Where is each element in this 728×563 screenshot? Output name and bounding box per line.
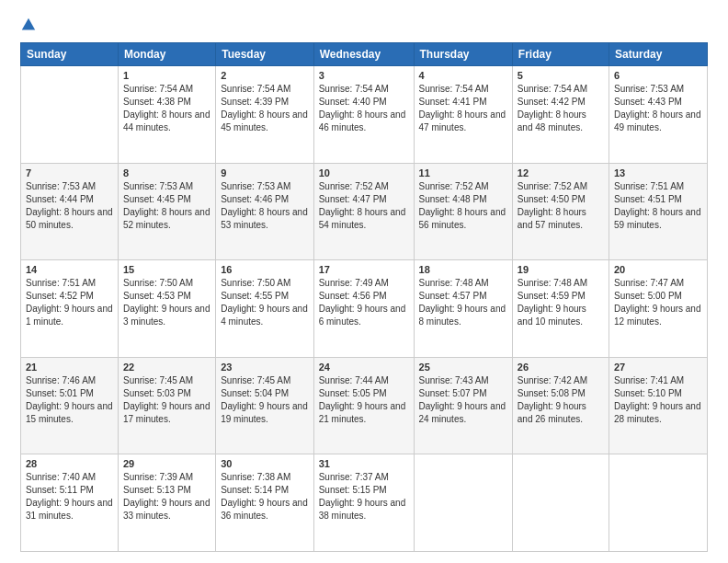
day-number: 15 <box>123 264 210 275</box>
calendar-day-cell: 14Sunrise: 7:51 AMSunset: 4:52 PMDayligh… <box>21 260 119 358</box>
calendar-day-cell: 20Sunrise: 7:47 AMSunset: 5:00 PMDayligh… <box>609 260 707 358</box>
calendar-day-cell: 19Sunrise: 7:48 AMSunset: 4:59 PMDayligh… <box>512 260 609 358</box>
calendar-day-cell: 2Sunrise: 7:54 AMSunset: 4:39 PMDaylight… <box>216 66 314 164</box>
calendar-day-cell: 15Sunrise: 7:50 AMSunset: 4:53 PMDayligh… <box>118 260 215 358</box>
calendar-day-header: Thursday <box>414 43 512 66</box>
day-number: 4 <box>419 70 507 81</box>
svg-marker-0 <box>22 18 35 30</box>
day-info: Sunrise: 7:54 AMSunset: 4:41 PMDaylight:… <box>419 83 507 134</box>
day-number: 22 <box>123 362 210 373</box>
calendar-day-cell: 16Sunrise: 7:50 AMSunset: 4:55 PMDayligh… <box>216 260 314 358</box>
calendar-day-cell: 13Sunrise: 7:51 AMSunset: 4:51 PMDayligh… <box>609 163 707 260</box>
day-number: 29 <box>123 458 210 469</box>
day-number: 21 <box>26 362 113 373</box>
logo <box>20 17 40 33</box>
day-info: Sunrise: 7:38 AMSunset: 5:14 PMDaylight:… <box>221 471 309 523</box>
calendar-week-row: 14Sunrise: 7:51 AMSunset: 4:52 PMDayligh… <box>21 260 708 358</box>
day-info: Sunrise: 7:52 AMSunset: 4:47 PMDaylight:… <box>319 180 409 232</box>
day-info: Sunrise: 7:50 AMSunset: 4:53 PMDaylight:… <box>123 277 210 328</box>
day-number: 3 <box>319 70 409 81</box>
day-info: Sunrise: 7:40 AMSunset: 5:11 PMDaylight:… <box>26 471 113 523</box>
day-number: 31 <box>319 458 409 469</box>
day-info: Sunrise: 7:52 AMSunset: 4:48 PMDaylight:… <box>419 180 507 232</box>
calendar-day-cell: 29Sunrise: 7:39 AMSunset: 5:13 PMDayligh… <box>118 454 215 552</box>
calendar-day-cell: 4Sunrise: 7:54 AMSunset: 4:41 PMDaylight… <box>414 66 512 164</box>
day-number: 11 <box>419 167 507 178</box>
day-number: 8 <box>123 167 210 178</box>
calendar-day-cell: 21Sunrise: 7:46 AMSunset: 5:01 PMDayligh… <box>21 357 119 454</box>
calendar-week-row: 7Sunrise: 7:53 AMSunset: 4:44 PMDaylight… <box>21 163 708 260</box>
calendar-header-row: SundayMondayTuesdayWednesdayThursdayFrid… <box>21 43 708 66</box>
calendar-day-cell: 17Sunrise: 7:49 AMSunset: 4:56 PMDayligh… <box>313 260 414 358</box>
calendar-day-header: Friday <box>512 43 609 66</box>
calendar-day-cell: 6Sunrise: 7:53 AMSunset: 4:43 PMDaylight… <box>609 66 707 164</box>
day-number: 7 <box>26 167 113 178</box>
day-info: Sunrise: 7:45 AMSunset: 5:04 PMDaylight:… <box>221 374 309 426</box>
day-number: 19 <box>518 264 604 275</box>
calendar-day-header: Wednesday <box>313 43 414 66</box>
day-info: Sunrise: 7:45 AMSunset: 5:03 PMDaylight:… <box>123 374 210 426</box>
day-number: 14 <box>26 264 113 275</box>
calendar-day-header: Monday <box>118 43 215 66</box>
day-info: Sunrise: 7:54 AMSunset: 4:38 PMDaylight:… <box>123 83 210 134</box>
day-number: 30 <box>221 458 309 469</box>
calendar-day-cell: 9Sunrise: 7:53 AMSunset: 4:46 PMDaylight… <box>216 163 314 260</box>
calendar-day-cell: 22Sunrise: 7:45 AMSunset: 5:03 PMDayligh… <box>118 357 215 454</box>
calendar-day-cell <box>414 454 512 552</box>
day-info: Sunrise: 7:37 AMSunset: 5:15 PMDaylight:… <box>319 471 409 523</box>
day-number: 6 <box>614 70 702 81</box>
calendar-day-cell <box>609 454 707 552</box>
calendar-day-header: Sunday <box>21 43 119 66</box>
day-info: Sunrise: 7:48 AMSunset: 4:59 PMDaylight:… <box>518 277 604 328</box>
page: SundayMondayTuesdayWednesdayThursdayFrid… <box>0 0 728 563</box>
day-info: Sunrise: 7:39 AMSunset: 5:13 PMDaylight:… <box>123 471 210 523</box>
day-info: Sunrise: 7:49 AMSunset: 4:56 PMDaylight:… <box>319 277 409 328</box>
logo-icon <box>20 17 37 33</box>
day-number: 9 <box>221 167 309 178</box>
calendar-day-cell: 12Sunrise: 7:52 AMSunset: 4:50 PMDayligh… <box>512 163 609 260</box>
day-number: 18 <box>419 264 507 275</box>
day-info: Sunrise: 7:54 AMSunset: 4:42 PMDaylight:… <box>518 83 604 134</box>
calendar-day-cell: 23Sunrise: 7:45 AMSunset: 5:04 PMDayligh… <box>216 357 314 454</box>
calendar-day-cell: 11Sunrise: 7:52 AMSunset: 4:48 PMDayligh… <box>414 163 512 260</box>
calendar-day-cell: 10Sunrise: 7:52 AMSunset: 4:47 PMDayligh… <box>313 163 414 260</box>
day-info: Sunrise: 7:46 AMSunset: 5:01 PMDaylight:… <box>26 374 113 426</box>
calendar-week-row: 21Sunrise: 7:46 AMSunset: 5:01 PMDayligh… <box>21 357 708 454</box>
calendar-day-cell: 27Sunrise: 7:41 AMSunset: 5:10 PMDayligh… <box>609 357 707 454</box>
day-number: 10 <box>319 167 409 178</box>
day-number: 13 <box>614 167 702 178</box>
calendar-week-row: 28Sunrise: 7:40 AMSunset: 5:11 PMDayligh… <box>21 454 708 552</box>
day-number: 1 <box>123 70 210 81</box>
day-info: Sunrise: 7:43 AMSunset: 5:07 PMDaylight:… <box>419 374 507 426</box>
day-number: 27 <box>614 362 702 373</box>
calendar-day-cell: 30Sunrise: 7:38 AMSunset: 5:14 PMDayligh… <box>216 454 314 552</box>
day-info: Sunrise: 7:41 AMSunset: 5:10 PMDaylight:… <box>614 374 702 426</box>
day-number: 23 <box>221 362 309 373</box>
day-info: Sunrise: 7:54 AMSunset: 4:39 PMDaylight:… <box>221 83 309 134</box>
calendar-day-cell: 25Sunrise: 7:43 AMSunset: 5:07 PMDayligh… <box>414 357 512 454</box>
day-number: 20 <box>614 264 702 275</box>
calendar-week-row: 1Sunrise: 7:54 AMSunset: 4:38 PMDaylight… <box>21 66 708 164</box>
day-number: 12 <box>518 167 604 178</box>
day-info: Sunrise: 7:53 AMSunset: 4:43 PMDaylight:… <box>614 83 702 134</box>
day-number: 26 <box>518 362 604 373</box>
day-info: Sunrise: 7:51 AMSunset: 4:51 PMDaylight:… <box>614 180 702 232</box>
day-number: 2 <box>221 70 309 81</box>
day-number: 25 <box>419 362 507 373</box>
day-info: Sunrise: 7:44 AMSunset: 5:05 PMDaylight:… <box>319 374 409 426</box>
calendar-day-cell: 26Sunrise: 7:42 AMSunset: 5:08 PMDayligh… <box>512 357 609 454</box>
calendar-day-cell: 28Sunrise: 7:40 AMSunset: 5:11 PMDayligh… <box>21 454 119 552</box>
day-info: Sunrise: 7:53 AMSunset: 4:45 PMDaylight:… <box>123 180 210 232</box>
calendar-day-cell: 3Sunrise: 7:54 AMSunset: 4:40 PMDaylight… <box>313 66 414 164</box>
day-info: Sunrise: 7:48 AMSunset: 4:57 PMDaylight:… <box>419 277 507 328</box>
calendar-day-header: Tuesday <box>216 43 314 66</box>
day-info: Sunrise: 7:53 AMSunset: 4:46 PMDaylight:… <box>221 180 309 232</box>
day-number: 5 <box>518 70 604 81</box>
calendar-day-cell <box>512 454 609 552</box>
calendar-day-cell: 8Sunrise: 7:53 AMSunset: 4:45 PMDaylight… <box>118 163 215 260</box>
day-info: Sunrise: 7:54 AMSunset: 4:40 PMDaylight:… <box>319 83 409 134</box>
day-info: Sunrise: 7:42 AMSunset: 5:08 PMDaylight:… <box>518 374 604 426</box>
calendar-day-cell <box>21 66 119 164</box>
calendar-day-cell: 31Sunrise: 7:37 AMSunset: 5:15 PMDayligh… <box>313 454 414 552</box>
day-info: Sunrise: 7:47 AMSunset: 5:00 PMDaylight:… <box>614 277 702 328</box>
